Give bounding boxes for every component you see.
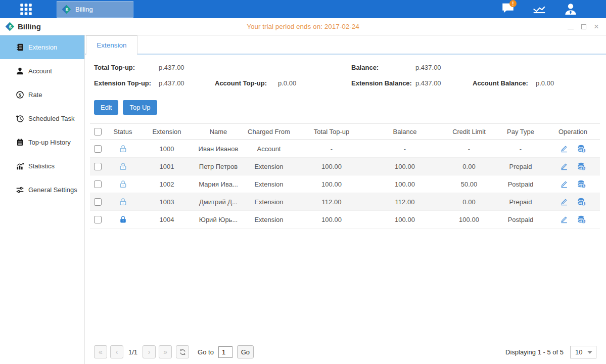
edit-row-icon[interactable]: [560, 144, 569, 153]
cell-charged-from: Account: [242, 145, 296, 153]
last-page-button[interactable]: »: [159, 345, 172, 358]
notifications-icon[interactable]: !: [500, 2, 516, 17]
rate-icon: $: [15, 90, 24, 100]
col-header-extension: Extension: [138, 128, 195, 135]
edit-row-icon[interactable]: [560, 179, 569, 189]
close-button[interactable]: ×: [594, 24, 599, 30]
cell-balance: -: [367, 145, 443, 153]
window-title-bar: $ Billing Your trial period ends on: 201…: [0, 18, 606, 35]
person-icon: [15, 67, 24, 76]
top-bar: $ Billing !: [0, 0, 606, 18]
cell-extension: 1002: [138, 180, 195, 188]
prev-page-button[interactable]: ‹: [110, 345, 123, 358]
unlocked-icon: [119, 162, 127, 171]
sidebar-item-topup-history[interactable]: Top-up History: [0, 130, 84, 154]
billing-window-icon: $: [5, 22, 15, 31]
topup-row-icon[interactable]: $: [577, 179, 586, 189]
page-size-select[interactable]: 10: [570, 346, 596, 358]
cell-total-topup: -: [296, 145, 367, 153]
minimize-icon: [568, 29, 574, 29]
refresh-button[interactable]: [176, 345, 189, 358]
table-row[interactable]: 1001 Петр Петров Extension 100.00 100.00…: [90, 158, 600, 175]
sidebar-item-scheduled-task[interactable]: Scheduled Task: [0, 107, 84, 130]
svg-text:$: $: [583, 149, 585, 153]
edit-button[interactable]: Edit: [94, 100, 118, 115]
table-row[interactable]: 1002 Мария Ива... Extension 100.00 100.0…: [90, 175, 600, 193]
notebook-icon: [15, 138, 24, 147]
chevron-down-icon: [587, 351, 592, 354]
row-checkbox[interactable]: [94, 163, 102, 170]
taskbar-tab-billing[interactable]: $ Billing: [57, 1, 133, 18]
tab-extension[interactable]: Extension: [86, 35, 137, 55]
first-page-button[interactable]: «: [94, 345, 107, 358]
topup-row-icon[interactable]: $: [577, 197, 586, 206]
col-header-operation: Operation: [546, 128, 600, 135]
row-checkbox[interactable]: [94, 180, 102, 188]
topup-row-icon[interactable]: $: [577, 162, 586, 171]
sidebar-item-account[interactable]: Account: [0, 59, 84, 83]
sidebar-item-extension[interactable]: Extension: [0, 35, 84, 59]
table-row[interactable]: 1003 Дмитрий Д... Extension 112.00 112.0…: [90, 193, 600, 211]
next-page-button[interactable]: ›: [143, 345, 156, 358]
svg-text:$: $: [583, 184, 585, 188]
col-header-balance: Balance: [367, 128, 443, 135]
minimize-button[interactable]: [568, 22, 574, 31]
col-header-charged-from: Charged From: [242, 128, 296, 135]
tab-extension-label: Extension: [97, 41, 126, 49]
cell-charged-from: Extension: [242, 198, 296, 206]
goto-page-input[interactable]: [218, 346, 232, 358]
cell-balance: 100.00: [367, 180, 443, 188]
unlocked-icon: [119, 179, 127, 189]
col-header-name: Name: [195, 128, 242, 135]
balance-label: Balance:: [351, 64, 379, 71]
col-header-status: Status: [107, 128, 138, 135]
svg-text:$: $: [66, 7, 69, 12]
cell-pay-type: Prepaid: [495, 163, 546, 170]
user-account-icon[interactable]: [563, 2, 579, 17]
taskbar-tab-label: Billing: [75, 6, 93, 13]
notification-badge: !: [509, 0, 517, 7]
sidebar-item-general-settings[interactable]: General Settings: [0, 178, 84, 202]
sidebar: Extension Account $ Rate Scheduled Task …: [0, 35, 85, 364]
row-checkbox[interactable]: [94, 198, 102, 206]
billing-app-icon: $: [62, 5, 71, 14]
balance-value: p.437.00: [415, 64, 441, 71]
cell-extension: 1004: [138, 216, 195, 223]
svg-text:$: $: [19, 93, 21, 98]
edit-row-icon[interactable]: [560, 215, 569, 224]
svg-text:$: $: [9, 24, 12, 29]
pagination-bar: « ‹ 1/1 › » Go to Go Displaying 1 - 5 of…: [85, 342, 606, 364]
window-controls: ×: [568, 22, 599, 31]
page-indicator: 1/1: [128, 348, 137, 356]
sidebar-item-statistics[interactable]: Statistics: [0, 154, 84, 178]
app-menu-icon[interactable]: [19, 3, 33, 16]
cell-pay-type: Prepaid: [495, 198, 546, 206]
sidebar-item-rate[interactable]: $ Rate: [0, 83, 84, 107]
cell-total-topup: 112.00: [296, 198, 367, 206]
stats-icon: [15, 162, 24, 171]
table-row[interactable]: 1004 Юрий Юрь... Extension 100.00 100.00…: [90, 211, 600, 229]
total-topup-label: Total Top-up:: [94, 64, 135, 71]
account-balance-label: Account Balance:: [473, 79, 528, 87]
top-up-button[interactable]: Top Up: [123, 100, 157, 115]
go-button[interactable]: Go: [237, 345, 254, 358]
table-row[interactable]: 1000 Иван Иванов Account - - - - $: [90, 140, 600, 158]
row-checkbox[interactable]: [94, 145, 102, 153]
cell-total-topup: 100.00: [296, 216, 367, 223]
total-topup-value: p.437.00: [159, 64, 184, 71]
resource-monitor-icon[interactable]: [531, 2, 547, 17]
cell-extension: 1001: [138, 163, 195, 170]
select-all-checkbox[interactable]: [94, 128, 102, 135]
maximize-button[interactable]: [581, 22, 586, 31]
summary-panel: Total Top-up: p.437.00 Balance: p.437.00…: [85, 62, 606, 95]
sidebar-item-label: Account: [28, 67, 52, 75]
topup-row-icon[interactable]: $: [577, 144, 586, 153]
edit-row-icon[interactable]: [560, 162, 569, 171]
cell-extension: 1003: [138, 198, 195, 206]
topup-row-icon[interactable]: $: [577, 215, 586, 224]
table-header: StatusExtensionNameCharged FromTotal Top…: [90, 123, 600, 140]
row-checkbox[interactable]: [94, 216, 102, 223]
cell-balance: 112.00: [367, 198, 443, 206]
edit-row-icon[interactable]: [560, 197, 569, 206]
col-header-credit-limit: Credit Limit: [443, 128, 495, 135]
